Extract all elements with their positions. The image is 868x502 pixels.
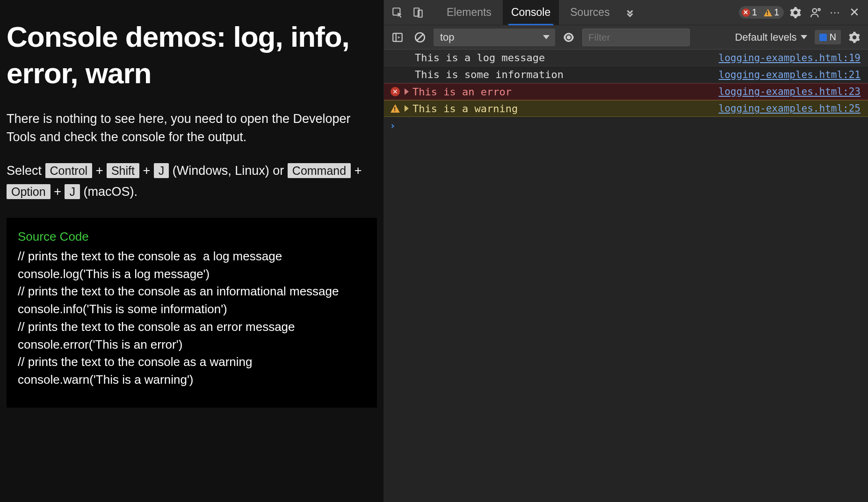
more-tabs-icon[interactable] (621, 4, 639, 22)
page-description: There is nothing to see here, you need t… (7, 110, 377, 146)
tab-elements[interactable]: Elements (438, 0, 500, 25)
issues-badge[interactable]: N (815, 30, 841, 44)
keys-prefix: Select (7, 164, 45, 178)
log-text: This is some information (415, 69, 564, 80)
source-line: console.log('This is a log message') (18, 265, 366, 283)
page-title: Console demos: log, info, error, warn (7, 19, 377, 91)
log-text: This is an error (412, 86, 512, 98)
console-toolbar: top Default levels N (384, 25, 868, 50)
source-link[interactable]: logging-examples.html:23 (719, 86, 861, 97)
kbd-command: Command (288, 163, 351, 178)
source-line: console.error('This is an error') (18, 336, 366, 354)
kbd-j-mac: J (65, 184, 80, 199)
prompt-caret-icon: › (390, 120, 396, 131)
source-line: console.warn('This is a warning') (18, 371, 366, 389)
source-link[interactable]: logging-examples.html:19 (719, 52, 861, 64)
tab-console[interactable]: Console (503, 0, 559, 25)
tab-sources[interactable]: Sources (562, 0, 618, 25)
console-row-warn[interactable]: This is a warning logging-examples.html:… (384, 100, 868, 117)
clear-console-icon[interactable] (411, 29, 429, 46)
kebab-menu-icon[interactable]: ⋯ (828, 7, 843, 19)
svg-point-7 (567, 35, 571, 39)
console-row-error[interactable]: ✕ This is an error logging-examples.html… (384, 83, 868, 100)
live-expression-icon[interactable] (560, 29, 578, 46)
console-settings-icon[interactable] (846, 29, 863, 46)
source-line: // prints the text to the console as an … (18, 318, 366, 336)
expand-icon[interactable] (405, 88, 409, 95)
warning-icon (764, 9, 772, 16)
close-devtools-icon[interactable]: ✕ (846, 5, 863, 20)
warning-icon (390, 104, 401, 113)
error-icon: ✕ (390, 87, 401, 96)
levels-label: Default levels (735, 31, 796, 43)
kbd-j-win: J (154, 163, 169, 178)
svg-point-3 (812, 8, 817, 13)
keyboard-instructions: Select Control + Shift + J (Windows, Lin… (7, 160, 377, 202)
keys-win-suffix: (Windows, Linux) or (173, 164, 288, 178)
source-code-box: Source Code // prints the text to the co… (7, 218, 377, 407)
source-link[interactable]: logging-examples.html:21 (719, 69, 861, 80)
source-line: // prints the text to the console as a w… (18, 353, 366, 371)
source-line: // prints the text to the console as an … (18, 283, 366, 301)
device-icon[interactable] (409, 4, 427, 22)
console-prompt[interactable]: › (384, 117, 868, 134)
source-link[interactable]: logging-examples.html:25 (719, 103, 861, 114)
kbd-control: Control (45, 163, 93, 178)
inspect-icon[interactable] (389, 4, 406, 22)
log-text: This is a warning (412, 103, 518, 115)
svg-point-4 (818, 8, 820, 10)
error-icon: ✕ (742, 8, 750, 17)
issues-label: N (830, 32, 836, 43)
page-content: Console demos: log, info, error, warn Th… (0, 0, 383, 502)
log-text: This is a log message (415, 52, 545, 64)
log-levels-selector[interactable]: Default levels (732, 31, 810, 43)
account-icon[interactable] (807, 4, 825, 22)
error-warning-badge[interactable]: ✕ 1 1 (739, 6, 784, 19)
context-selector[interactable]: top (434, 29, 555, 46)
source-line: console.info('This is some information') (18, 301, 366, 318)
devtools-tabstrip: Elements Console Sources ✕ 1 1 ⋯ ✕ (384, 0, 868, 25)
svg-rect-5 (393, 33, 402, 41)
kbd-option: Option (7, 184, 51, 199)
warning-count: 1 (774, 7, 779, 18)
expand-icon[interactable] (405, 105, 409, 112)
error-count: 1 (752, 7, 757, 18)
source-title: Source Code (18, 228, 366, 246)
console-output: This is a log message logging-examples.h… (384, 50, 868, 502)
context-value: top (440, 31, 455, 43)
sidebar-toggle-icon[interactable] (389, 29, 406, 46)
console-row-log[interactable]: This is a log message logging-examples.h… (384, 50, 868, 66)
devtools-panel: Elements Console Sources ✕ 1 1 ⋯ ✕ (383, 0, 868, 502)
chevron-down-icon (543, 35, 550, 39)
chevron-down-icon (801, 35, 807, 39)
console-row-info[interactable]: This is some information logging-example… (384, 66, 868, 83)
settings-icon[interactable] (787, 4, 804, 22)
source-line: // prints the text to the console as a l… (18, 248, 366, 265)
issue-icon (819, 34, 827, 41)
filter-input[interactable] (582, 29, 690, 46)
kbd-shift: Shift (107, 163, 139, 178)
keys-mac-suffix: (macOS). (83, 185, 137, 199)
